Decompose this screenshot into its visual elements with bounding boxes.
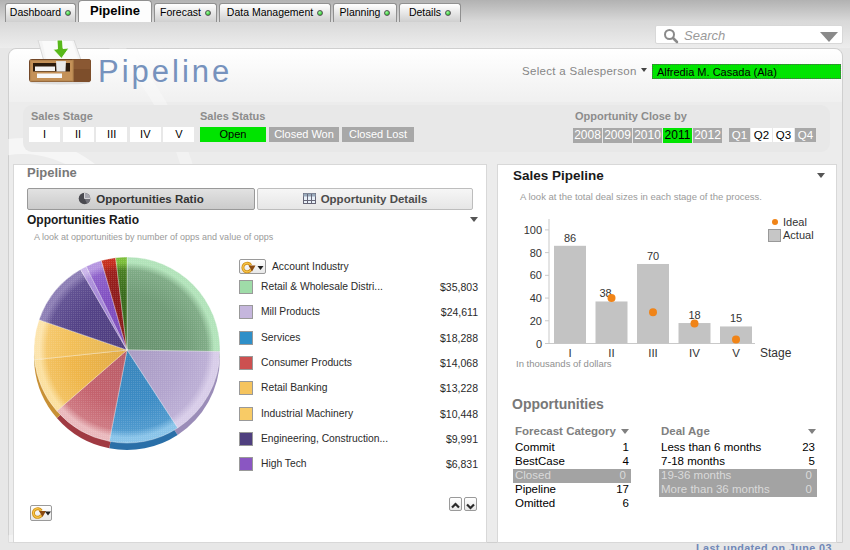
svg-text:II: II [608,347,614,359]
svg-text:18: 18 [688,309,700,321]
svg-text:V: V [732,347,740,359]
svg-text:86: 86 [564,232,576,244]
svg-text:I: I [568,347,571,359]
svg-text:60: 60 [530,269,542,281]
svg-text:80: 80 [530,247,542,259]
svg-text:20: 20 [530,315,542,327]
svg-text:Stage: Stage [760,346,792,360]
svg-text:15: 15 [730,312,742,324]
svg-text:IV: IV [689,347,700,359]
svg-text:70: 70 [647,250,659,262]
svg-text:100: 100 [524,224,542,236]
svg-text:Actual: Actual [783,229,814,241]
svg-text:Ideal: Ideal [783,216,807,228]
svg-text:0: 0 [536,338,542,350]
svg-text:III: III [648,347,658,359]
svg-text:40: 40 [530,292,542,304]
